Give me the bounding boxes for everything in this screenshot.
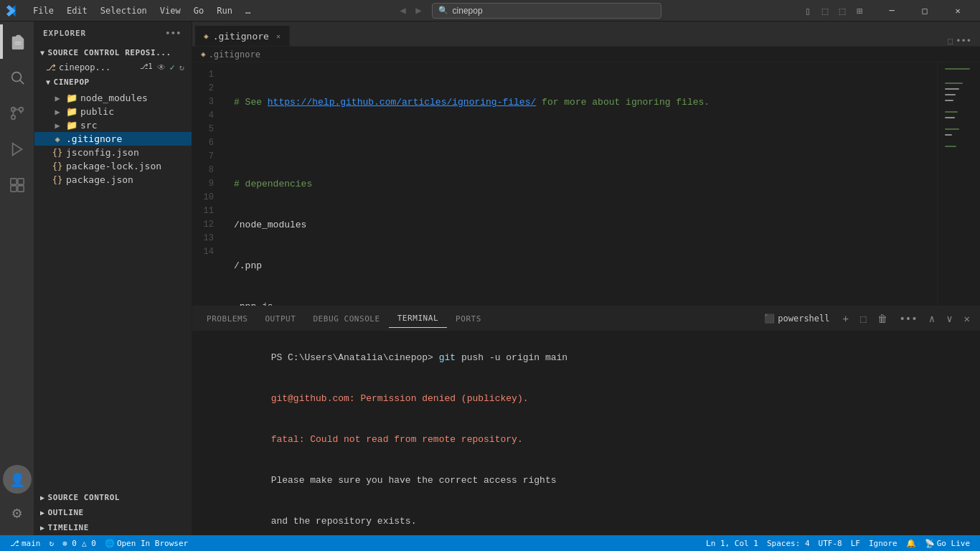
new-terminal-button[interactable]: + (839, 310, 853, 327)
minimize-button[interactable]: ─ (875, 0, 908, 22)
menu-file[interactable]: File (27, 3, 60, 19)
nav-back-button[interactable]: ◀ (396, 3, 410, 17)
code-editor[interactable]: 12345 678910 11121314 # See https://help… (192, 62, 937, 306)
tab-problems[interactable]: PROBLEMS (198, 310, 256, 328)
panel-maximize-icon[interactable]: ∨ (942, 310, 956, 327)
terminal-line-3: fatal: Could not read from remote reposi… (204, 419, 969, 460)
eye-icon[interactable]: 👁 (156, 62, 167, 73)
more-tabs-icon[interactable]: ••• (956, 36, 971, 46)
layout-grid-icon[interactable]: ⊞ (852, 4, 867, 18)
menu-run[interactable]: Run (211, 3, 238, 19)
sidebar: EXPLORER ••• ▼ SOURCE CONTROL REPOSI... … (34, 22, 192, 535)
search-icon: 🔍 (438, 6, 448, 15)
search-input[interactable] (453, 6, 655, 16)
menu-go[interactable]: Go (188, 3, 209, 19)
activity-settings[interactable]: ⚙ (0, 495, 34, 529)
panel-actions: ⬛ powershell + ⬚ 🗑 ••• ∧ ∨ ✕ (758, 310, 974, 327)
command-search[interactable]: 🔍 (432, 3, 661, 19)
tree-item-packagelock[interactable]: {} package-lock.json (34, 159, 192, 173)
svg-rect-9 (17, 179, 23, 184)
statusbar-line-ending[interactable]: LF (847, 535, 864, 551)
statusbar-bell[interactable]: 🔔 (902, 535, 920, 551)
timeline-label: TIMELINE (48, 523, 89, 532)
maximize-button[interactable]: □ (908, 0, 941, 22)
tree-item-package[interactable]: {} package.json (34, 173, 192, 187)
timeline-section[interactable]: ▶ TIMELINE (34, 520, 192, 535)
json-file-icon: {} (52, 148, 63, 158)
svg-rect-13 (945, 83, 963, 84)
tree-item-public[interactable]: ▶ 📁 public (34, 105, 192, 118)
close-button[interactable]: ✕ (941, 0, 974, 22)
menu-edit[interactable]: Edit (61, 3, 93, 19)
code-line-5: /.pnp (234, 259, 937, 273)
terminal[interactable]: PS C:\Users\Anatalia\cinepop> git push -… (192, 331, 980, 535)
tab-split-buttons: ⬚ ••• (942, 36, 977, 46)
error-icon-status: ⊗ 0 (62, 539, 77, 548)
layout-sidebar-icon[interactable]: ▯ (801, 4, 815, 18)
statusbar-spaces[interactable]: Spaces: 4 (763, 535, 814, 551)
branch-icon-status: ⎇ (10, 539, 19, 548)
kill-terminal-button[interactable]: 🗑 (873, 310, 892, 327)
code-line-2 (234, 136, 937, 150)
cinepop-section-header[interactable]: ▼ CINEPOP (34, 75, 192, 90)
outline-section[interactable]: ▶ OUTLINE (34, 505, 192, 520)
statusbar-sync[interactable]: ↻ (45, 535, 59, 551)
language-label: Ignore (869, 539, 897, 548)
panel-close-icon[interactable]: ✕ (960, 310, 974, 327)
statusbar-errors[interactable]: ⊗ 0 △ 0 (58, 535, 100, 551)
folder-icon-3: 📁 (66, 120, 77, 131)
code-line-1: # See https://help.github.com/articles/i… (234, 95, 937, 109)
refresh-icon[interactable]: ↻ (178, 62, 186, 73)
statusbar-golive[interactable]: 📡 Go Live (920, 535, 974, 551)
tab-debug-console[interactable]: DEBUG CONSOLE (304, 310, 388, 328)
tree-item-jsconfig[interactable]: {} jsconfig.json (34, 146, 192, 159)
tree-label-package: package.json (66, 174, 133, 185)
statusbar-remote[interactable]: 🌐 Open In Browser (100, 535, 192, 551)
check-icon[interactable]: ✓ (169, 62, 176, 73)
split-editor-icon[interactable]: ⬚ (948, 36, 953, 46)
chevron-right-icon-outline: ▶ (40, 509, 45, 517)
activity-search[interactable] (0, 60, 34, 95)
source-control-repos-section[interactable]: ▼ SOURCE CONTROL REPOSI... (34, 45, 192, 60)
tab-output[interactable]: OUTPUT (256, 310, 304, 328)
statusbar-encoding[interactable]: UTF-8 (814, 535, 847, 551)
activity-explorer[interactable] (0, 24, 34, 59)
layout-activity-icon[interactable]: ⬚ (835, 4, 849, 18)
tab-gitignore[interactable]: ◈ .gitignore ✕ (195, 26, 290, 46)
tab-terminal[interactable]: TERMINAL (389, 309, 447, 328)
branch-icon[interactable]: ⎇1 (138, 62, 154, 73)
gitignore-file-icon: ◈ (52, 134, 63, 144)
chevron-right-icon: ▶ (52, 93, 63, 103)
activity-git[interactable] (0, 96, 34, 131)
activity-debug[interactable] (0, 132, 34, 166)
menu-more[interactable]: … (240, 3, 256, 19)
code-content[interactable]: # See https://help.github.com/articles/i… (228, 62, 937, 306)
open-in-browser-label: Open In Browser (117, 539, 188, 548)
panel-up-icon[interactable]: ∧ (925, 310, 939, 327)
menu-selection[interactable]: Selection (95, 3, 153, 19)
nav-fwd-button[interactable]: ▶ (412, 3, 426, 17)
statusbar-position[interactable]: Ln 1, Col 1 (702, 535, 763, 551)
tree-item-src[interactable]: ▶ 📁 src (34, 118, 192, 132)
source-control-label: SOURCE CONTROL (48, 493, 120, 502)
bell-icon-status: 🔔 (906, 539, 916, 548)
tab-file-icon: ◈ (204, 32, 209, 41)
activity-extensions[interactable] (0, 168, 34, 202)
outline-label: OUTLINE (48, 508, 84, 517)
tab-ports[interactable]: PORTS (447, 310, 490, 328)
tree-item-node-modules[interactable]: ▶ 📁 node_modules (34, 91, 192, 105)
activity-account[interactable]: 👤 (3, 465, 32, 494)
split-terminal-button[interactable]: ⬚ (856, 310, 870, 327)
layout-panels-icon[interactable]: ⬚ (818, 4, 832, 18)
more-terminal-icon[interactable]: ••• (895, 310, 921, 327)
statusbar-language[interactable]: Ignore (864, 535, 902, 551)
repo-row[interactable]: ⎇ cinepop... ⎇1 👁 ✓ ↻ (34, 60, 192, 75)
menu-view[interactable]: View (154, 3, 187, 19)
line-ending-label: LF (851, 539, 860, 548)
tab-close-icon[interactable]: ✕ (276, 32, 281, 40)
more-options-icon[interactable]: ••• (164, 27, 183, 39)
source-control-section[interactable]: ▶ SOURCE CONTROL (34, 490, 192, 505)
statusbar-branch[interactable]: ⎇ main (6, 535, 45, 551)
tree-item-gitignore[interactable]: ◈ .gitignore (34, 132, 192, 146)
svg-rect-8 (10, 179, 16, 184)
